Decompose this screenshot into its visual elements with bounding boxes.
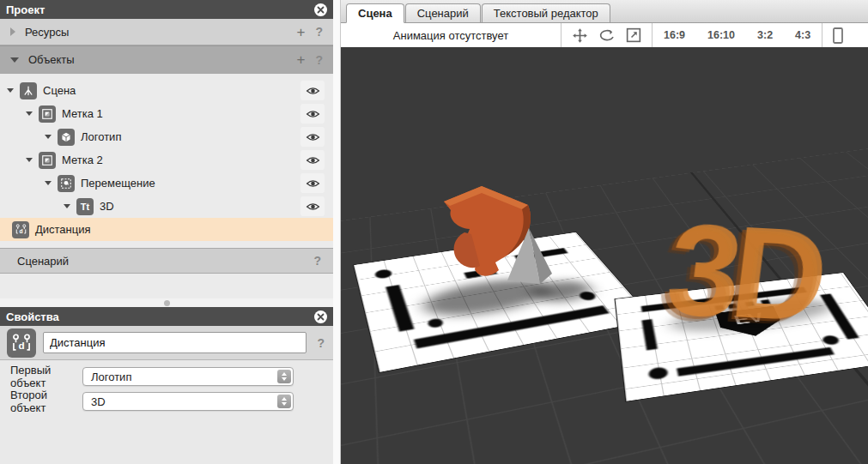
resources-label: Ресурсы — [25, 26, 69, 39]
panel-filler — [0, 274, 333, 298]
expander-icon[interactable] — [45, 181, 52, 185]
tab-scene[interactable]: Сцена — [346, 3, 404, 23]
close-icon[interactable] — [314, 310, 327, 323]
text-3d-object[interactable]: 3D — [661, 203, 827, 340]
phone-preview-icon[interactable] — [822, 27, 848, 44]
splitter-dot — [164, 300, 170, 306]
marker-icon — [39, 152, 56, 169]
tree-row-move[interactable]: Перемещение — [0, 172, 333, 195]
pyramid-object[interactable] — [501, 224, 557, 286]
tree-row-distance-selected[interactable]: d Дистанция — [0, 218, 333, 241]
tree-row-logo[interactable]: Логотип — [0, 125, 333, 148]
properties-panel-header: Свойства — [0, 307, 333, 326]
left-panels: Проект Ресурсы + ? Объекты + ? — [0, 0, 333, 464]
scale-tool-icon[interactable] — [621, 27, 646, 43]
move-tool-icon[interactable] — [567, 27, 593, 44]
visibility-eye-icon[interactable] — [300, 81, 325, 100]
project-panel-header: Проект — [0, 0, 333, 19]
panel-splitter-handle[interactable] — [0, 298, 333, 307]
axis-line — [341, 47, 692, 172]
tree-row-marker1[interactable]: Метка 1 — [0, 102, 333, 125]
scene-viewport[interactable]: EV 3D — [341, 47, 868, 464]
marker-icon — [39, 105, 56, 123]
scenario-section[interactable]: Сценарий ? — [0, 248, 333, 274]
stepper-arrows-icon[interactable] — [277, 370, 291, 383]
chevron-right-icon[interactable] — [10, 27, 15, 36]
aspect-3-2-button[interactable]: 3:2 — [746, 29, 784, 41]
objects-label: Объекты — [28, 53, 75, 66]
editor-tabbar: Сцена Сценарий Текстовый редактор — [341, 0, 868, 23]
editor-area: Сцена Сценарий Текстовый редактор Анимац… — [341, 0, 868, 464]
second-object-label: Второй объект — [10, 389, 82, 414]
object-tree: Сцена Метка 1 Логоти — [0, 74, 333, 241]
expander-icon[interactable] — [26, 111, 33, 116]
stepper-arrows-icon[interactable] — [277, 395, 291, 408]
tree-row-marker2[interactable]: Метка 2 — [0, 148, 333, 172]
properties-panel-title: Свойства — [6, 310, 59, 323]
expander-icon[interactable] — [26, 158, 33, 162]
move-behavior-icon — [58, 175, 75, 192]
text-object-icon: Tt — [76, 198, 94, 215]
tab-label: Текстовый редактор — [494, 7, 598, 20]
add-object-button[interactable]: + — [297, 52, 306, 67]
first-object-select[interactable]: Логотип — [82, 367, 294, 386]
visibility-eye-icon[interactable] — [300, 104, 325, 124]
cube-3d-icon — [58, 129, 75, 146]
visibility-eye-icon[interactable] — [300, 173, 325, 193]
distance-icon: d — [12, 221, 29, 238]
first-object-label: Первый объект — [10, 364, 82, 389]
visibility-eye-icon[interactable] — [300, 127, 325, 147]
visibility-eye-icon[interactable] — [300, 196, 325, 216]
tree-label: Логотип — [81, 130, 121, 143]
panel-scrollbar[interactable] — [333, 0, 341, 464]
tree-label: Сцена — [43, 84, 76, 97]
objects-help-button[interactable]: ? — [315, 53, 323, 67]
tree-label: Метка 1 — [62, 107, 103, 120]
application-window: Проект Ресурсы + ? Объекты + ? — [0, 0, 868, 464]
tree-label: Метка 2 — [62, 154, 103, 166]
tab-text-editor[interactable]: Текстовый редактор — [482, 3, 610, 22]
rotate-tool-icon[interactable] — [593, 28, 621, 42]
add-resource-button[interactable]: + — [297, 25, 306, 39]
visibility-eye-icon[interactable] — [300, 150, 325, 170]
properties-help-button[interactable]: ? — [317, 336, 325, 350]
aspect-16-10-button[interactable]: 16:10 — [696, 29, 746, 41]
svg-text:d: d — [18, 340, 24, 351]
tree-row-3d-text[interactable]: Tt 3D — [0, 195, 333, 218]
project-panel-title: Проект — [6, 3, 45, 16]
objects-section[interactable]: Объекты + ? — [0, 45, 333, 74]
expander-icon[interactable] — [45, 135, 52, 139]
second-object-value: 3D — [91, 395, 106, 408]
scenario-label: Сценарий — [17, 255, 69, 268]
expander-icon[interactable] — [64, 204, 70, 208]
distance-icon: d — [7, 328, 36, 358]
chevron-down-icon[interactable] — [10, 57, 19, 63]
text-icon-glyph: Tt — [81, 202, 89, 212]
animation-status: Анимация отсутствует — [341, 29, 561, 42]
tree-label: Перемещение — [81, 177, 155, 190]
scene-toolbar: Анимация отсутствует 16:9 16:10 3:2 4:3 — [341, 23, 868, 47]
second-object-select[interactable]: 3D — [82, 392, 294, 411]
first-object-value: Логотип — [91, 371, 131, 383]
aspect-4-3-button[interactable]: 4:3 — [784, 29, 822, 41]
close-icon[interactable] — [314, 3, 327, 16]
tab-label: Сцена — [358, 7, 392, 20]
scene-icon — [20, 82, 37, 99]
scenario-help-button[interactable]: ? — [313, 254, 321, 268]
resources-help-button[interactable]: ? — [315, 25, 323, 39]
object-name-row: d ? — [0, 326, 333, 360]
svg-text:d: d — [19, 228, 22, 234]
resources-section[interactable]: Ресурсы + ? — [0, 19, 333, 45]
tab-scenario[interactable]: Сценарий — [405, 3, 481, 22]
expander-icon[interactable] — [7, 88, 14, 93]
tab-label: Сценарий — [417, 7, 469, 20]
tree-label: 3D — [100, 200, 114, 213]
aspect-16-9-button[interactable]: 16:9 — [653, 29, 696, 41]
tree-label: Дистанция — [35, 223, 91, 236]
tree-row-scene[interactable]: Сцена — [0, 79, 333, 102]
object-name-input[interactable] — [43, 332, 307, 353]
properties-form: Первый объект Логотип Второй объект 3D — [0, 360, 333, 464]
